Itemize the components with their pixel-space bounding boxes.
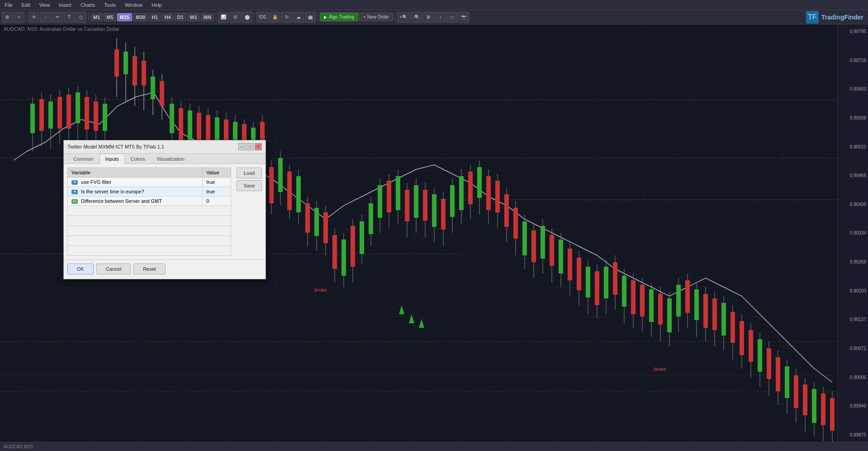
- menu-item-help[interactable]: Help: [150, 1, 164, 9]
- toolbar-line[interactable]: ⟋: [40, 12, 51, 23]
- dialog-minimize-button[interactable]: ─: [238, 143, 246, 150]
- algo-trading-button[interactable]: ▶ Algo Trading: [320, 13, 358, 21]
- svg-rect-56: [57, 97, 62, 129]
- var-label-2: Difference between Server and GMT: [81, 198, 162, 204]
- load-button[interactable]: Load: [237, 168, 262, 178]
- toolbar-text[interactable]: T: [64, 12, 75, 23]
- tab-common[interactable]: Common: [67, 154, 100, 164]
- svg-rect-166: [613, 262, 617, 295]
- toolbar-refresh[interactable]: ↻: [281, 12, 292, 23]
- toolbar-new-chart[interactable]: ⊞: [2, 12, 13, 23]
- svg-rect-114: [378, 185, 382, 218]
- tf-mn[interactable]: MN: [201, 13, 214, 21]
- cancel-button[interactable]: Cancel: [96, 264, 131, 274]
- svg-rect-168: [622, 276, 626, 307]
- toolbar-sep-4: [254, 13, 255, 22]
- tab-inputs[interactable]: Inputs: [100, 154, 125, 164]
- dialog-maximize-button[interactable]: □: [247, 143, 254, 150]
- menu-item-view[interactable]: View: [38, 1, 52, 9]
- menu-item-insert[interactable]: Insert: [57, 1, 73, 9]
- ok-button[interactable]: OK: [67, 264, 94, 274]
- price-0.90598: 0.90598: [840, 115, 866, 120]
- toolbar-vol2[interactable]: ↕↕: [446, 12, 457, 23]
- tf-w1[interactable]: W1: [187, 13, 200, 21]
- toolbar-zoom-out[interactable]: -🔍: [411, 12, 422, 23]
- toolbar-color[interactable]: ⬤: [242, 12, 252, 23]
- svg-rect-138: [486, 176, 491, 210]
- svg-rect-72: [188, 110, 192, 141]
- svg-rect-190: [721, 303, 726, 336]
- tf-d1[interactable]: D1: [175, 13, 186, 21]
- menu-item-window[interactable]: Window: [123, 1, 144, 9]
- var-label-1: Is the server time in europe?: [81, 189, 144, 194]
- inputs-table: Variable Value ✦ use FVG filter true: [67, 168, 231, 256]
- svg-rect-64: [94, 101, 98, 131]
- svg-rect-152: [550, 235, 554, 266]
- svg-rect-70: [179, 108, 183, 140]
- val-cell-1[interactable]: true: [203, 187, 231, 197]
- val-cell-0[interactable]: true: [203, 178, 231, 187]
- svg-rect-136: [477, 167, 482, 198]
- tf-m1[interactable]: M1: [90, 13, 103, 21]
- menu-item-tools[interactable]: Tools: [102, 1, 118, 9]
- price-0.90729: 0.90729: [840, 58, 866, 63]
- svg-rect-174: [649, 289, 654, 322]
- toolbar: ⊞ + ✛ ⟋ ✏ T ◻ M1 M5 M15 M30 H1 H4 D1 W1 …: [0, 10, 868, 24]
- svg-rect-108: [351, 226, 355, 267]
- toolbar-chart-type[interactable]: 📊: [218, 12, 229, 23]
- indicator-dialog[interactable]: Twitter Model MXMM ICT MT5 By TFlab 1.1 …: [63, 140, 266, 279]
- save-button[interactable]: Save: [237, 180, 262, 191]
- toolbar-vol1[interactable]: ↕: [435, 12, 446, 23]
- svg-rect-156: [568, 249, 572, 280]
- val-cell-2[interactable]: 0: [203, 197, 231, 206]
- svg-rect-180: [676, 285, 681, 317]
- svg-rect-198: [758, 339, 762, 372]
- dialog-titlebar[interactable]: Twitter Model MXMM ICT MT5 By TFlab 1.1 …: [64, 140, 266, 154]
- toolbar-sep-1: [26, 13, 27, 22]
- menu-item-edit[interactable]: Edit: [20, 1, 32, 9]
- reset-button[interactable]: Reset: [133, 264, 166, 274]
- toolbar-crosshair[interactable]: ✛: [28, 12, 39, 23]
- menu-item-charts[interactable]: Charts: [79, 1, 97, 9]
- price-0.90269: 0.90269: [840, 259, 866, 264]
- toolbar-pencil[interactable]: ✏: [52, 12, 63, 23]
- tf-h1[interactable]: H1: [149, 13, 161, 21]
- toolbar-bot[interactable]: 🤖: [305, 12, 316, 23]
- tf-m5[interactable]: M5: [104, 13, 116, 21]
- tab-colors[interactable]: Colors: [125, 154, 151, 164]
- toolbar-ide[interactable]: IDE: [256, 12, 269, 23]
- toolbar-sep-5: [318, 13, 318, 22]
- toolbar-zoom-in[interactable]: +🔍: [397, 12, 410, 23]
- tf-h4[interactable]: H4: [161, 13, 173, 21]
- dialog-body: Variable Value ✦ use FVG filter true: [64, 164, 235, 259]
- menu-item-file[interactable]: File: [3, 1, 14, 9]
- price-0.90072: 0.90072: [840, 346, 866, 351]
- toolbar-template[interactable]: ⊟: [230, 12, 241, 23]
- table-row: ✦ Is the server time in europe? true: [68, 187, 231, 197]
- svg-rect-124: [423, 190, 427, 221]
- svg-rect-164: [604, 267, 608, 298]
- svg-rect-206: [794, 375, 798, 408]
- toolbar-cloud[interactable]: ☁: [293, 12, 304, 23]
- svg-rect-186: [703, 294, 708, 328]
- toolbar-shapes[interactable]: ◻: [76, 12, 86, 23]
- tab-visualization[interactable]: Visualization: [151, 154, 190, 164]
- svg-rect-184: [694, 289, 699, 320]
- new-order-button[interactable]: + New Order: [359, 13, 393, 21]
- toolbar-plus[interactable]: +: [14, 12, 24, 23]
- dialog-close-button[interactable]: ✕: [255, 143, 262, 150]
- var-label-0: use FVG filter: [81, 179, 111, 185]
- toolbar-grid[interactable]: ⊞: [423, 12, 434, 23]
- svg-rect-172: [640, 285, 645, 317]
- table-row-empty-4: [68, 236, 231, 246]
- table-row-empty-3: [68, 226, 231, 236]
- svg-rect-192: [730, 312, 735, 343]
- toolbar-lock[interactable]: 🔒: [270, 12, 280, 23]
- tf-m30[interactable]: M30: [133, 13, 148, 21]
- svg-rect-128: [441, 199, 446, 230]
- svg-rect-110: [360, 221, 364, 254]
- svg-rect-100: [314, 208, 319, 236]
- tf-m15[interactable]: M15: [117, 13, 132, 21]
- toolbar-screenshot[interactable]: 📷: [458, 12, 469, 23]
- price-0.90137: 0.90137: [840, 317, 866, 322]
